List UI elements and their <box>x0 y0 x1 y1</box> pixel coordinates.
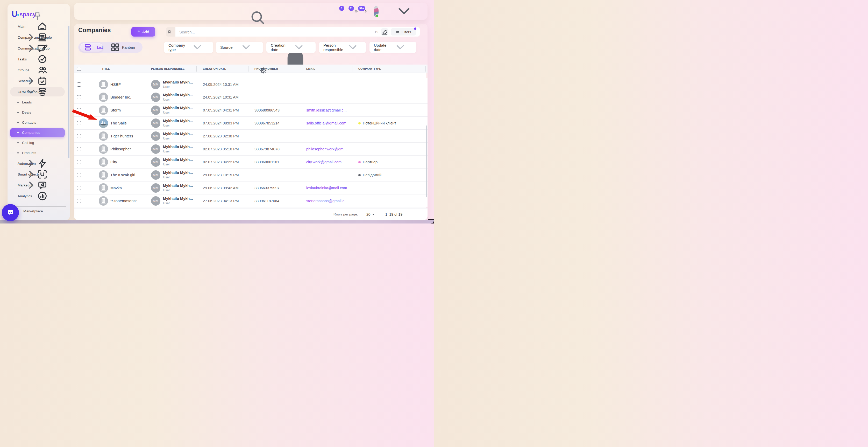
table-row-tiger-hunters[interactable]: Tiger hunters MM Mykhailo Mykh... User 2… <box>74 130 428 143</box>
person-name: Mykhailo Mykh... <box>163 184 193 188</box>
email-link[interactable]: city.work@gmail.com <box>306 160 341 164</box>
column-header-person-responsible[interactable]: PERSON RESPONSIBLE <box>151 67 185 70</box>
row-checkbox[interactable] <box>77 83 81 87</box>
row-checkbox[interactable] <box>77 134 81 138</box>
company-title[interactable]: Philosopher <box>111 147 131 151</box>
sidebar-item-marketing[interactable]: Marketing <box>7 180 70 190</box>
search-input[interactable] <box>176 30 375 34</box>
column-header-title[interactable]: TITLE <box>102 67 110 70</box>
sidebar-item-crm-and-sales[interactable]: CRM and sales <box>7 86 70 97</box>
notifications-button[interactable] <box>364 8 367 14</box>
chevron-down-icon <box>286 42 312 53</box>
row-checkbox[interactable] <box>77 121 81 125</box>
sidebar-item-tasks[interactable]: Tasks <box>7 54 70 65</box>
column-divider[interactable] <box>145 66 145 71</box>
user-menu-chevron-icon[interactable] <box>385 3 423 20</box>
support-chat-widget[interactable] <box>2 204 19 221</box>
sidebar-item-leads[interactable]: Leads <box>7 97 70 107</box>
table-scrollbar[interactable] <box>426 125 427 197</box>
column-header-creation-date[interactable]: CREATION DATE <box>203 67 226 70</box>
pin-sidebar-icon[interactable] <box>10 11 65 21</box>
company-title[interactable]: The Kozak girl <box>111 173 135 177</box>
email-link[interactable]: smith.jessica@gmail.c... <box>306 108 347 112</box>
email-link[interactable]: lesiaukrainka@mail.com <box>306 186 347 190</box>
row-checkbox[interactable] <box>77 108 81 112</box>
company-title[interactable]: HSBF <box>111 82 121 87</box>
email-link[interactable]: sails.official@gmail.com <box>306 121 346 125</box>
group-chat-button[interactable]: 11 <box>345 8 348 14</box>
person-avatar: MM <box>151 80 160 89</box>
table-header: TITLEPERSON RESPONSIBLECREATION DATEPHON… <box>74 65 428 73</box>
column-header-phone-number[interactable]: PHONE NUMBER <box>254 67 278 70</box>
sidebar-item-communication-hub[interactable]: Communication hub <box>7 43 70 54</box>
company-title[interactable]: Mavka <box>111 186 122 190</box>
view-toggle: List Kanban <box>78 42 143 53</box>
user-avatar[interactable] <box>374 6 378 17</box>
email-link[interactable]: stonemasons@gmail.c... <box>306 199 347 203</box>
company-title[interactable]: Storm <box>111 108 121 112</box>
marketplace-label: Marketplace <box>23 209 43 213</box>
column-divider[interactable] <box>196 66 197 71</box>
table-row-the-sails[interactable]: The Sails MM Mykhailo Mykh... User 07.03… <box>74 117 428 130</box>
filter-select-company-type[interactable]: Company type <box>164 42 213 53</box>
table-row-hsbf[interactable]: HSBF MM Mykhailo Mykh... User 24.05.2024… <box>74 78 428 91</box>
saved-filters-button[interactable] <box>166 27 176 36</box>
table-row-the-kozak-girl[interactable]: The Kozak girl MM Mykhailo Mykh... User … <box>74 169 428 181</box>
column-header-email[interactable]: EMAIL <box>306 67 315 70</box>
sidebar-item-schedule[interactable]: Schedule <box>7 76 70 86</box>
bullet-icon <box>18 152 19 153</box>
active-filters-dot <box>414 28 416 30</box>
filter-select-update-date[interactable]: Update date <box>370 42 416 53</box>
column-divider[interactable] <box>352 66 352 71</box>
view-toggle-kanban[interactable]: Kanban <box>110 42 135 53</box>
sidebar-item-company-and-people[interactable]: Company and people <box>7 32 70 43</box>
filter-select-person-responsible[interactable]: Person responsible <box>319 42 366 53</box>
sidebar-item-contacts[interactable]: Contacts <box>7 117 70 127</box>
sidebar-item-main[interactable]: Main <box>7 21 70 32</box>
column-divider[interactable] <box>300 66 300 71</box>
company-title[interactable]: City <box>111 160 117 164</box>
mail-button[interactable]: 99+ <box>355 8 358 14</box>
rows-per-page-select[interactable]: 20 <box>366 212 374 216</box>
creation-date: 27.06.2023 04:13 PM <box>203 199 239 203</box>
company-title[interactable]: Tiger hunters <box>111 134 133 138</box>
sidebar-item-analytics[interactable]: Analytics <box>7 190 70 202</box>
row-checkbox[interactable] <box>77 147 81 151</box>
sidebar-item-deals[interactable]: Deals <box>7 107 70 117</box>
sidebar-item-call-log[interactable]: Call log <box>7 138 70 148</box>
company-title[interactable]: Bindeer Inc. <box>111 95 131 99</box>
row-checkbox[interactable] <box>77 95 81 99</box>
sidebar-item-automation[interactable]: Automation <box>7 158 70 169</box>
company-title[interactable]: The Sails <box>111 121 127 125</box>
select-all-checkbox[interactable] <box>77 67 81 71</box>
table-row-philosopher[interactable]: Philosopher MM Mykhailo Mykh... User 02.… <box>74 143 428 155</box>
add-company-button[interactable]: + Add <box>131 27 155 36</box>
clear-filters-button[interactable] <box>381 28 389 35</box>
creation-date: 29.06.2023 10:15 PM <box>203 173 239 177</box>
row-checkbox[interactable] <box>77 160 81 164</box>
table-row--stonemasons-[interactable]: "Stonemasons" MM Mykhailo Mykh... User 2… <box>74 195 428 207</box>
filters-button[interactable]: Filters <box>391 28 416 35</box>
filter-select-source[interactable]: Source <box>216 42 263 53</box>
table-row-storm[interactable]: Storm MM Mykhailo Mykh... User 07.05.202… <box>74 104 428 117</box>
row-checkbox[interactable] <box>77 186 81 190</box>
filter-select-creation-date[interactable]: Creation date <box>266 42 316 53</box>
row-checkbox[interactable] <box>77 199 81 203</box>
table-row-city[interactable]: City MM Mykhailo Mykh... User 02.07.2023… <box>74 155 428 169</box>
email-link[interactable]: philosopher.work@gm... <box>306 147 347 151</box>
company-title[interactable]: "Stonemasons" <box>111 199 137 203</box>
column-header-company-type[interactable]: COMPANY TYPE <box>358 67 381 70</box>
mail-icon <box>355 8 358 14</box>
row-checkbox[interactable] <box>77 173 81 177</box>
sidebar-item-groups[interactable]: Groups <box>7 65 70 76</box>
next-page-button[interactable] <box>420 208 434 220</box>
sidebar-item-smart-objects[interactable]: Smart objects <box>7 169 70 180</box>
bullet-icon <box>18 122 19 123</box>
sidebar-scrollbar[interactable] <box>68 26 69 158</box>
table-row-bindeer-inc-[interactable]: Bindeer Inc. MM Mykhailo Mykh... User 24… <box>74 91 428 104</box>
view-toggle-list[interactable]: List <box>80 43 103 52</box>
sidebar-item-companies[interactable]: Companies <box>7 127 70 138</box>
table-row-mavka[interactable]: Mavka MM Mykhailo Mykh... User 29.06.202… <box>74 181 428 195</box>
sidebar-item-products[interactable]: Products <box>7 148 70 158</box>
chat-button[interactable]: 1 <box>336 8 339 14</box>
